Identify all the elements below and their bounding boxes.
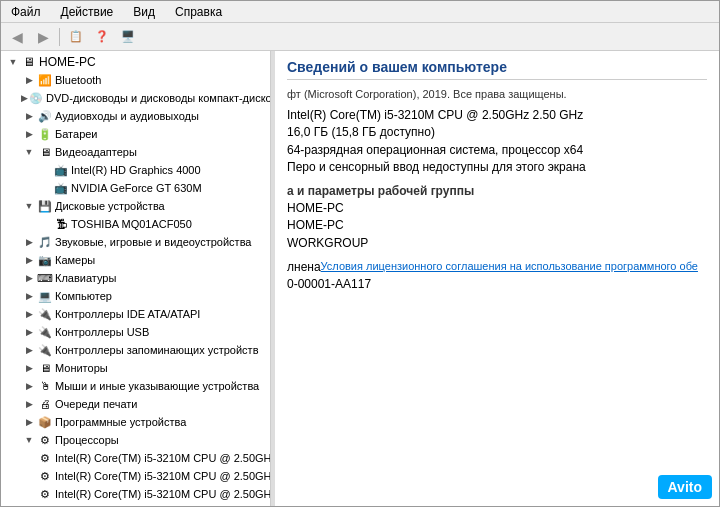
device-tree-panel: ▼ 🖥 HOME-PC ▶📶Bluetooth▶💿DVD-дисководы и… <box>1 51 271 506</box>
product-id-value: 0-00001-AA117 <box>287 277 371 291</box>
menu-help[interactable]: Справка <box>169 3 228 21</box>
expander-mice: ▶ <box>21 381 37 391</box>
label-video: Видеоадаптеры <box>55 146 137 158</box>
tree-item-keyboards[interactable]: ▶⌨Клавиатуры <box>1 269 270 287</box>
icon-toshiba: 🗜 <box>53 216 69 232</box>
activation-block: лнена Условия лицензионного соглашения н… <box>287 260 707 291</box>
properties-button[interactable]: 📋 <box>64 26 88 48</box>
help-button[interactable]: ❓ <box>90 26 114 48</box>
computer-icon: 🖥 <box>21 54 37 70</box>
label-cpu1: Intel(R) Core(TM) i5-3210M CPU @ 2.50GHz <box>55 452 271 464</box>
label-ide: Контроллеры IDE ATA/ATAPI <box>55 308 200 320</box>
icon-nvidia-gpu: 📺 <box>53 180 69 196</box>
label-cpu: Процессоры <box>55 434 119 446</box>
expander-computer: ▶ <box>21 291 37 301</box>
expander-video: ▼ <box>21 147 37 157</box>
tree-item-ide[interactable]: ▶🔌Контроллеры IDE ATA/ATAPI <box>1 305 270 323</box>
full-name-value: HOME-PC <box>287 218 344 232</box>
os-type-row: 64-разрядная операционная система, проце… <box>287 143 707 157</box>
expander-usb: ▶ <box>21 327 37 337</box>
tree-item-sound[interactable]: ▶🎵Звуковые, игровые и видеоустройства <box>1 233 270 251</box>
tree-item-cameras[interactable]: ▶📷Камеры <box>1 251 270 269</box>
label-disk: Дисковые устройства <box>55 200 165 212</box>
license-link[interactable]: Условия лицензионного соглашения на испо… <box>321 260 698 274</box>
menu-action[interactable]: Действие <box>55 3 120 21</box>
computer-name-row: HOME-PC <box>287 201 707 215</box>
root-label: HOME-PC <box>39 55 96 69</box>
label-keyboards: Клавиатуры <box>55 272 116 284</box>
copyright-text: фт (Microsoft Corporation), 2019. Все пр… <box>287 88 707 100</box>
icon-monitors: 🖥 <box>37 360 53 376</box>
tree-item-cpu3[interactable]: ⚙Intel(R) Core(TM) i5-3210M CPU @ 2.50GH… <box>1 485 270 503</box>
icon-dvd: 💿 <box>28 90 44 106</box>
label-cpu3: Intel(R) Core(TM) i5-3210M CPU @ 2.50GHz <box>55 488 271 500</box>
avito-badge: Avito <box>658 475 712 499</box>
tree-item-dvd[interactable]: ▶💿DVD-дисководы и дисководы компакт-диск… <box>1 89 270 107</box>
label-mice: Мыши и иные указывающие устройства <box>55 380 259 392</box>
pen-row: Перо и сенсорный ввод недоступны для это… <box>287 160 707 174</box>
tree-item-audio-out[interactable]: ▶🔊Аудиовходы и аудиовыходы <box>1 107 270 125</box>
label-sw-devices: Программные устройства <box>55 416 186 428</box>
icon-sound: 🎵 <box>37 234 53 250</box>
tree-item-storage-ctrl[interactable]: ▶🔌Контроллеры запоминающих устройств <box>1 341 270 359</box>
tree-item-video[interactable]: ▼🖥Видеоадаптеры <box>1 143 270 161</box>
icon-intel-gpu: 📺 <box>53 162 69 178</box>
icon-video: 🖥 <box>37 144 53 160</box>
expander-battery: ▶ <box>21 129 37 139</box>
icon-battery: 🔋 <box>37 126 53 142</box>
tree-item-mice[interactable]: ▶🖱Мыши и иные указывающие устройства <box>1 377 270 395</box>
section-title: Сведений о вашем компьютере <box>287 59 707 80</box>
workgroup-row: WORKGROUP <box>287 236 707 250</box>
icon-ide: 🔌 <box>37 306 53 322</box>
tree-item-computer[interactable]: ▶💻Компьютер <box>1 287 270 305</box>
right-panel: Сведений о вашем компьютере фт (Microsof… <box>275 51 719 506</box>
main-content: ▼ 🖥 HOME-PC ▶📶Bluetooth▶💿DVD-дисководы и… <box>1 51 719 506</box>
icon-print-queue: 🖨 <box>37 396 53 412</box>
os-type-value: 64-разрядная операционная система, проце… <box>287 143 583 157</box>
tree-item-cpu1[interactable]: ⚙Intel(R) Core(TM) i5-3210M CPU @ 2.50GH… <box>1 449 270 467</box>
computer-name-value: HOME-PC <box>287 201 344 215</box>
computer-section-subtitle: а и параметры рабочей группы <box>287 184 707 198</box>
full-name-row: HOME-PC <box>287 218 707 232</box>
system-info-block: Intel(R) Core(TM) i5-3210M CPU @ 2.50GHz… <box>287 108 707 174</box>
icon-disk: 💾 <box>37 198 53 214</box>
tree-item-battery[interactable]: ▶🔋Батареи <box>1 125 270 143</box>
tree-item-cpu[interactable]: ▼⚙Процессоры <box>1 431 270 449</box>
tree-item-bluetooth[interactable]: ▶📶Bluetooth <box>1 71 270 89</box>
tree-items-container: ▶📶Bluetooth▶💿DVD-дисководы и дисководы к… <box>1 71 270 506</box>
label-bluetooth: Bluetooth <box>55 74 101 86</box>
expander-dvd: ▶ <box>21 93 28 103</box>
tree-item-monitors[interactable]: ▶🖥Мониторы <box>1 359 270 377</box>
label-usb: Контроллеры USB <box>55 326 149 338</box>
tree-item-usb[interactable]: ▶🔌Контроллеры USB <box>1 323 270 341</box>
icon-keyboards: ⌨ <box>37 270 53 286</box>
tree-item-sw-devices[interactable]: ▶📦Программные устройства <box>1 413 270 431</box>
label-intel-gpu: Intel(R) HD Graphics 4000 <box>71 164 201 176</box>
forward-button[interactable]: ▶ <box>31 26 55 48</box>
toolbar: ◀ ▶ 📋 ❓ 🖥️ <box>1 23 719 51</box>
tree-item-cpu4[interactable]: ⚙Intel(R) Core(TM) i5-3210M CPU @ 2.50GH… <box>1 503 270 506</box>
tree-item-toshiba[interactable]: 🗜TOSHIBA MQ01ACF050 <box>1 215 270 233</box>
icon-cpu2: ⚙ <box>37 468 53 484</box>
expander-cameras: ▶ <box>21 255 37 265</box>
tree-root[interactable]: ▼ 🖥 HOME-PC <box>1 53 270 71</box>
label-monitors: Мониторы <box>55 362 108 374</box>
root-expander: ▼ <box>5 57 21 67</box>
tree-item-cpu2[interactable]: ⚙Intel(R) Core(TM) i5-3210M CPU @ 2.50GH… <box>1 467 270 485</box>
expander-audio-out: ▶ <box>21 111 37 121</box>
expander-storage-ctrl: ▶ <box>21 345 37 355</box>
tree-item-print-queue[interactable]: ▶🖨Очереди печати <box>1 395 270 413</box>
icon-cpu4: ⚙ <box>37 504 53 506</box>
tree-item-nvidia-gpu[interactable]: 📺NVIDIA GeForce GT 630M <box>1 179 270 197</box>
expander-bluetooth: ▶ <box>21 75 37 85</box>
menu-view[interactable]: Вид <box>127 3 161 21</box>
menu-file[interactable]: Файл <box>5 3 47 21</box>
label-print-queue: Очереди печати <box>55 398 138 410</box>
back-button[interactable]: ◀ <box>5 26 29 48</box>
ram-row: 16,0 ГБ (15,8 ГБ доступно) <box>287 125 707 139</box>
label-battery: Батареи <box>55 128 98 140</box>
scan-button[interactable]: 🖥️ <box>116 26 140 48</box>
tree-item-disk[interactable]: ▼💾Дисковые устройства <box>1 197 270 215</box>
tree-item-intel-gpu[interactable]: 📺Intel(R) HD Graphics 4000 <box>1 161 270 179</box>
icon-audio-out: 🔊 <box>37 108 53 124</box>
